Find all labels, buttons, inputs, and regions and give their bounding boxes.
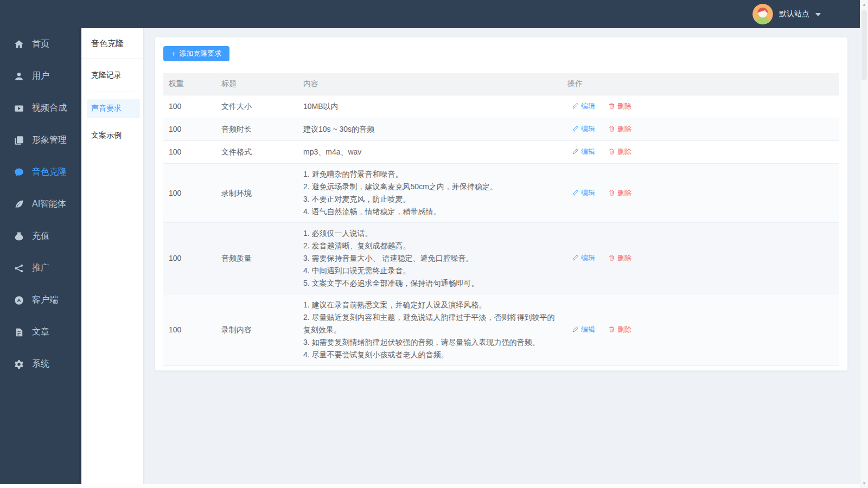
table-row: 100 音频质量 1. 必须仅一人说话。2. 发音越清晰、复刻成都越高。3. 需… <box>163 223 839 294</box>
cell-weight: 100 <box>163 95 216 118</box>
content-line: 1. 建议在录音前熟悉文案，并确定好人设及演绎风格。 <box>303 299 557 311</box>
edit-button[interactable]: 编辑 <box>572 123 595 135</box>
cell-weight: 100 <box>163 118 216 141</box>
scroll-down-arrow-icon[interactable]: ▼ <box>860 481 868 486</box>
cell-title: 文件格式 <box>216 141 298 164</box>
submenu-title: 音色克隆 <box>81 27 143 59</box>
edit-button[interactable]: 编辑 <box>572 252 595 264</box>
cell-title: 文件大小 <box>216 95 298 118</box>
cell-title: 音频质量 <box>216 223 298 294</box>
delete-button[interactable]: 删除 <box>608 323 631 336</box>
sidebar-item-money-bag[interactable]: 充值 <box>0 220 81 252</box>
horizontal-scrollbar[interactable] <box>0 484 860 488</box>
sidebar-item-label: 文章 <box>32 326 49 338</box>
edit-button[interactable]: 编辑 <box>572 100 595 112</box>
cell-weight: 100 <box>163 141 216 164</box>
sidebar-item-feather[interactable]: AI智能体 <box>0 188 81 220</box>
pencil-icon <box>572 102 579 110</box>
delete-label: 删除 <box>617 187 631 199</box>
submenu-item-label: 声音要求 <box>91 104 122 112</box>
delete-button[interactable]: 删除 <box>608 252 631 264</box>
submenu-panel: 音色克隆 克隆记录 声音要求 文案示例 <box>81 27 144 488</box>
submenu-item-1[interactable]: 声音要求 <box>87 99 140 118</box>
trash-icon <box>608 326 615 333</box>
sidebar-item-appstore[interactable]: A 客户端 <box>0 284 81 316</box>
submenu-divider <box>91 92 136 92</box>
sidebar-item-share[interactable]: 推广 <box>0 252 81 284</box>
content-line: 建议10s ~ 30s的音频 <box>303 123 557 136</box>
sidebar-item-pages[interactable]: 形象管理 <box>0 124 81 156</box>
cell-weight: 100 <box>163 164 216 223</box>
column-header-weight: 权重 <box>163 73 216 95</box>
edit-button[interactable]: 编辑 <box>572 187 595 199</box>
cell-actions: 编辑 删除 <box>562 164 839 223</box>
delete-button[interactable]: 删除 <box>608 100 631 112</box>
pencil-icon <box>572 148 579 155</box>
edit-label: 编辑 <box>581 123 595 135</box>
cell-content: mp3、m4a、wav <box>298 141 562 164</box>
scroll-up-arrow-icon[interactable]: ▲ <box>860 2 868 7</box>
cell-content: 10MB以内 <box>298 95 562 118</box>
sidebar-item-article[interactable]: 文章 <box>0 316 81 348</box>
content-line: 10MB以内 <box>303 100 557 113</box>
sidebar-menu: 首页 用户 视频合成 形象管理 音色克隆 AI智能体 充值 推广 A 客户端 文… <box>0 28 81 380</box>
submenu-item-0[interactable]: 克隆记录 <box>81 59 143 92</box>
cell-content: 1. 必须仅一人说话。2. 发音越清晰、复刻成都越高。3. 需要保持音量大小、 … <box>298 223 562 294</box>
trash-icon <box>608 148 615 155</box>
video-icon <box>14 103 24 113</box>
plus-icon: + <box>171 49 176 58</box>
vertical-scrollbar[interactable]: ▲ ▼ <box>860 0 868 488</box>
submenu-item-2[interactable]: 文案示例 <box>81 119 143 152</box>
edit-label: 编辑 <box>581 323 595 336</box>
column-header-content: 内容 <box>298 73 562 95</box>
sidebar-item-label: 音色克隆 <box>32 166 67 178</box>
sidebar-item-user[interactable]: 用户 <box>0 60 81 92</box>
column-header-title: 标题 <box>216 73 298 95</box>
content-card: + 添加克隆要求 权重 标题 内容 操作 100 文件大小 10MB以内 <box>155 37 848 371</box>
sidebar-item-label: 用户 <box>32 70 49 82</box>
pencil-icon <box>572 326 579 333</box>
delete-button[interactable]: 删除 <box>608 145 631 158</box>
sidebar-item-label: 客户端 <box>32 294 58 306</box>
sidebar-item-home[interactable]: 首页 <box>0 28 81 60</box>
cell-actions: 编辑 删除 <box>562 95 839 118</box>
sidebar-item-label: AI智能体 <box>32 198 66 210</box>
cell-content: 1. 建议在录音前熟悉文案，并确定好人设及演绎风格。2. 尽量贴近复刻内容和主题… <box>298 294 562 366</box>
vertical-scrollbar-thumb[interactable] <box>861 10 867 80</box>
content-line: 4. 语气自然流畅，情绪稳定，稍带感情。 <box>303 206 557 218</box>
table-row: 100 文件格式 mp3、m4a、wav 编辑 删除 <box>163 141 839 164</box>
content-line: 4. 中间遇到口误无需终止录音。 <box>303 265 557 277</box>
money-bag-icon <box>14 231 24 241</box>
delete-button[interactable]: 删除 <box>608 187 631 199</box>
cell-actions: 编辑 删除 <box>562 118 839 141</box>
content-line: mp3、m4a、wav <box>303 146 557 158</box>
add-button-label: 添加克隆要求 <box>179 49 221 59</box>
content-line: 4. 尽量不要尝试复刻小孩或者老人的音频。 <box>303 349 557 361</box>
sidebar-item-label: 系统 <box>32 358 49 370</box>
content-line: 3. 不要正对麦克风，防止喷麦。 <box>303 193 557 206</box>
table-row: 100 音频时长 建议10s ~ 30s的音频 编辑 删除 <box>163 118 839 141</box>
submenu-item-label: 文案示例 <box>91 131 122 139</box>
pages-icon <box>14 135 24 145</box>
cell-title: 录制环境 <box>216 164 298 223</box>
content-line: 3. 如需要复刻情绪韵律起伏较强的音频，请尽量输入表现力强的音频。 <box>303 336 557 349</box>
site-switcher[interactable]: 默认站点 <box>752 0 821 28</box>
sidebar-item-voice-bubble[interactable]: 音色克隆 <box>0 156 81 188</box>
edit-button[interactable]: 编辑 <box>572 145 595 158</box>
edit-label: 编辑 <box>581 252 595 264</box>
sidebar-item-gear[interactable]: 系统 <box>0 348 81 380</box>
add-clone-requirement-button[interactable]: + 添加克隆要求 <box>163 46 229 61</box>
main-area: + 添加克隆要求 权重 标题 内容 操作 100 文件大小 10MB以内 <box>144 27 860 488</box>
edit-label: 编辑 <box>581 145 595 158</box>
delete-button[interactable]: 删除 <box>608 123 631 135</box>
edit-label: 编辑 <box>581 187 595 199</box>
column-header-actions: 操作 <box>562 73 839 95</box>
cell-actions: 编辑 删除 <box>562 294 839 366</box>
sidebar-item-video[interactable]: 视频合成 <box>0 92 81 124</box>
submenu-item-label: 克隆记录 <box>91 70 122 79</box>
sidebar-item-label: 视频合成 <box>32 102 67 114</box>
table-row: 100 文件大小 10MB以内 编辑 删除 <box>163 95 839 118</box>
avatar[interactable] <box>752 4 773 24</box>
edit-button[interactable]: 编辑 <box>572 323 595 336</box>
sidebar-item-label: 首页 <box>32 38 49 50</box>
